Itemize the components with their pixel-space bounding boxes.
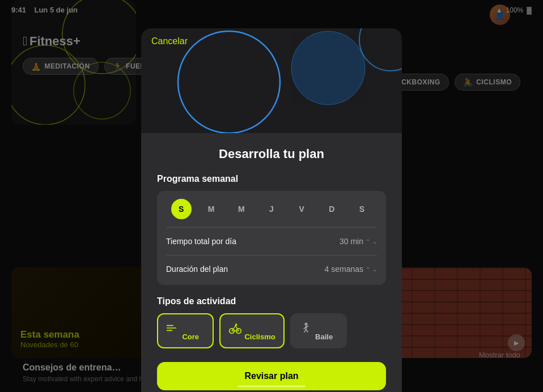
core-name: Core xyxy=(182,333,199,341)
divider-2 xyxy=(166,255,377,255)
modal-title: Desarrolla tu plan xyxy=(157,147,386,161)
svg-point-5 xyxy=(359,28,402,71)
svg-point-11 xyxy=(235,323,237,325)
time-chevron: ⌃ xyxy=(366,238,370,245)
activity-cards: Core Ciclismo xyxy=(157,313,386,348)
svg-point-3 xyxy=(178,31,280,133)
home-indicator xyxy=(237,385,306,387)
day-s2[interactable]: S xyxy=(351,199,372,219)
activity-section-label: Tipos de actividad xyxy=(157,296,386,306)
activity-section: Tipos de actividad Core xyxy=(157,296,386,348)
day-j[interactable]: J xyxy=(261,199,282,219)
core-icon xyxy=(166,321,180,335)
activity-card-ciclismo[interactable]: Ciclismo xyxy=(219,313,285,348)
modal-body: Desarrolla tu plan Programa semanal S M … xyxy=(141,133,402,392)
svg-line-17 xyxy=(306,330,308,333)
time-setting-value: 30 min ⌃ ⌄ xyxy=(340,237,377,246)
duration-setting-value: 4 semanas ⌃ ⌄ xyxy=(325,265,377,274)
baile-name: Baile xyxy=(315,333,333,341)
weekly-section-label: Programa semanal xyxy=(157,174,386,184)
day-m2[interactable]: M xyxy=(231,199,252,219)
duration-chevron: ⌃ xyxy=(366,266,370,272)
svg-point-4 xyxy=(291,31,365,105)
svg-point-12 xyxy=(304,323,307,326)
baile-icon xyxy=(299,321,313,335)
activity-card-core[interactable]: Core xyxy=(157,313,214,348)
time-value: 30 min xyxy=(340,237,363,246)
duration-setting-label: Duración del plan xyxy=(166,265,228,274)
day-d[interactable]: D xyxy=(321,199,342,219)
ciclismo-activity-name: Ciclismo xyxy=(244,333,275,341)
time-setting-label: Tiempo total por día xyxy=(166,237,236,246)
plan-modal: Cancelar Desarrolla tu plan Programa sem… xyxy=(141,28,402,392)
ciclismo-activity-icon xyxy=(228,321,242,335)
day-m1[interactable]: M xyxy=(201,199,222,219)
weekly-schedule: S M M J V D S Tiempo total por día 30 mi… xyxy=(157,191,386,285)
duration-chevron-down: ⌄ xyxy=(372,266,377,272)
days-row: S M M J V D S xyxy=(166,199,377,219)
cancel-button[interactable]: Cancelar xyxy=(151,36,188,46)
duration-setting-row[interactable]: Duración del plan 4 semanas ⌃ ⌄ xyxy=(166,261,377,277)
activity-card-baile[interactable]: Baile xyxy=(290,313,347,348)
modal-top: Cancelar xyxy=(141,28,402,133)
duration-value: 4 semanas xyxy=(325,265,363,274)
divider-1 xyxy=(166,227,377,228)
time-setting-row[interactable]: Tiempo total por día 30 min ⌃ ⌄ xyxy=(166,233,377,249)
day-v[interactable]: V xyxy=(291,199,312,219)
time-chevron-down: ⌄ xyxy=(372,238,377,245)
day-s1[interactable]: S xyxy=(171,199,192,219)
